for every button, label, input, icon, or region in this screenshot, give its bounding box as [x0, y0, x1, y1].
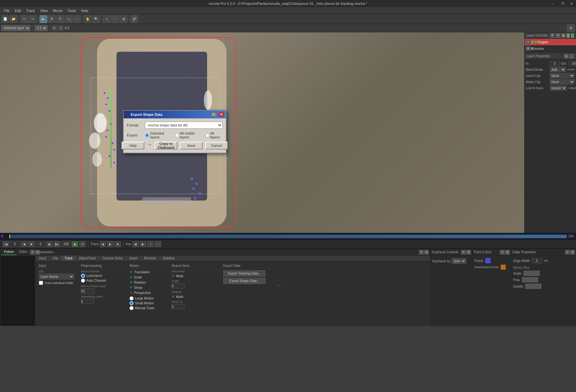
pc-close-btn[interactable]: ✕ — [500, 250, 504, 255]
key-del-btn[interactable]: − — [155, 241, 161, 247]
rect-tool[interactable]: ▭ — [65, 15, 72, 23]
layer-dropdown[interactable]: Selected layer — [1, 25, 30, 31]
layer-selector[interactable]: Selected layer — [1, 25, 30, 31]
tab-input[interactable]: Input — [36, 256, 49, 261]
menu-track[interactable]: Track — [24, 8, 38, 13]
bezier-tool[interactable]: B — [48, 15, 56, 23]
collapse-icon[interactable]: _ — [570, 54, 574, 59]
color-icon[interactable] — [567, 33, 570, 38]
tab-track[interactable]: Track — [61, 256, 76, 261]
luminance-radio[interactable] — [81, 274, 85, 278]
menu-view[interactable]: View — [38, 8, 50, 13]
matte-clip-select[interactable]: None — [550, 79, 575, 84]
play-btn[interactable]: ▶ — [72, 241, 78, 247]
go-end-btn[interactable]: ▶| — [54, 241, 60, 247]
layer-below-select[interactable]: Layer Below — [39, 274, 74, 279]
radio-all[interactable]: All layers — [205, 131, 223, 139]
min-pixels-input[interactable] — [81, 289, 94, 294]
angle-input[interactable] — [172, 283, 184, 289]
kf-close-btn[interactable]: ✕ — [461, 250, 466, 255]
dialog-help-btn[interactable]: ? — [211, 112, 216, 117]
radio-visible-input[interactable] — [175, 133, 179, 137]
track-prev-btn[interactable]: ◀ — [100, 241, 106, 247]
params-close-btn[interactable]: ✕ — [419, 250, 424, 255]
track-stop-btn[interactable]: ■ — [115, 241, 121, 247]
auto-channel-radio[interactable] — [81, 278, 85, 283]
open-tool[interactable]: 📂 — [10, 15, 17, 23]
layer-tracker[interactable]: 👁 tracker — [525, 45, 576, 52]
menu-movie[interactable]: Movie — [50, 8, 65, 13]
view-surface[interactable]: S — [58, 26, 63, 31]
points-color-swatch[interactable] — [485, 258, 491, 263]
pan-tool[interactable]: ✋ — [84, 15, 92, 23]
help-button[interactable]: Help — [122, 142, 144, 149]
eye-icon[interactable]: 👁 — [550, 33, 555, 38]
smoothing-input[interactable] — [81, 299, 94, 304]
zoom-selector[interactable]: 1:1 — [35, 25, 48, 31]
python-editor-area[interactable] — [0, 256, 35, 326]
next-frame-btn[interactable]: ▶ — [46, 241, 53, 247]
undo-tool[interactable]: ↩ — [20, 15, 28, 23]
tab-python[interactable]: Python — [1, 249, 17, 255]
loop-btn[interactable]: ↺ — [79, 241, 86, 247]
pc-expand-btn[interactable]: ⊞ — [505, 250, 510, 255]
expand-btn[interactable]: ⊞ — [567, 24, 575, 32]
playhead[interactable] — [9, 235, 10, 238]
tab-remove[interactable]: Remove — [141, 256, 159, 261]
view-mask[interactable]: M — [52, 26, 57, 31]
edge-width-input[interactable] — [532, 258, 542, 263]
link-tool[interactable]: 🔗 — [130, 15, 138, 23]
menu-file[interactable]: File — [1, 8, 12, 13]
restore-button[interactable]: ❒ — [558, 0, 567, 7]
kf-expand-btn[interactable]: ⊞ — [466, 250, 471, 255]
radio-selected-input[interactable] — [145, 133, 149, 137]
keyframe-by-select[interactable]: Splin — [452, 258, 466, 264]
expand-icon[interactable]: ⊞ — [564, 54, 569, 59]
params-expand-btn[interactable]: ⊞ — [424, 250, 429, 255]
tab-adjusttrack[interactable]: AdjustTrack — [76, 256, 99, 261]
ep-expand-btn[interactable]: ⊞ — [570, 250, 575, 255]
menu-tools[interactable]: Tools — [65, 8, 79, 13]
small-motion-radio[interactable] — [129, 301, 134, 305]
link-track-select[interactable]: tracker — [550, 85, 567, 91]
tab-clip[interactable]: Clip — [49, 256, 61, 261]
frame-in-input[interactable] — [10, 241, 20, 247]
select-tool[interactable]: ▶ — [39, 15, 47, 23]
key-prev-btn[interactable]: ◀ — [132, 241, 139, 247]
tab-editor[interactable]: Editor — [17, 249, 30, 255]
current-frame-input[interactable] — [36, 241, 45, 247]
del-pt-tool[interactable]: − — [111, 15, 119, 23]
blend-mode-select[interactable]: Add — [550, 67, 566, 72]
left-panel-close[interactable]: ✕ — [30, 250, 35, 255]
export-shape-btn[interactable]: Export Shape Data... — [223, 278, 265, 284]
track-play-btn[interactable]: ▶ — [107, 241, 114, 247]
deactivated-color-swatch[interactable] — [501, 265, 506, 270]
new-tool[interactable]: 📄 — [1, 15, 9, 23]
tab-camera-solve[interactable]: Camera Solve — [99, 256, 126, 261]
left-panel-expand[interactable]: ⊞ — [35, 250, 40, 255]
export-dialog[interactable]: ↙ Export Shape Data ? ✕ Format: mocha sh… — [123, 110, 227, 153]
radio-visible[interactable]: All visible layers — [175, 131, 202, 139]
radio-selected[interactable]: Selected layers — [145, 131, 172, 139]
large-motion-radio[interactable] — [129, 296, 134, 300]
go-start-btn[interactable]: |◀ — [3, 241, 9, 247]
tab-stabilize[interactable]: Stabilize — [159, 256, 178, 261]
radio-all-input[interactable] — [205, 133, 209, 137]
redo-tool[interactable]: ↪ — [29, 15, 37, 23]
key-add-btn[interactable]: + — [147, 241, 154, 247]
layer-vis-icon2[interactable]: 👁 — [526, 46, 530, 51]
close-button[interactable]: ✕ — [567, 0, 576, 7]
manual-track-radio[interactable] — [129, 306, 134, 310]
prev-frame-btn[interactable]: ◀ — [21, 241, 27, 247]
tab-insert[interactable]: Insert — [126, 256, 141, 261]
export-tracking-btn[interactable]: Export Tracking Data... — [223, 270, 265, 277]
circle-tool[interactable]: ○ — [73, 15, 81, 23]
add-pt-tool[interactable]: + — [103, 15, 111, 23]
copy-to-clipboard-button[interactable]: Copy to Clipboard — [155, 142, 177, 149]
menu-edit[interactable]: Edit — [12, 8, 24, 13]
save-button[interactable]: Save — [180, 142, 203, 149]
track-individual-check[interactable] — [39, 281, 43, 285]
cancel-button[interactable]: Cancel — [205, 142, 228, 149]
xspline-tool[interactable]: X — [56, 15, 64, 23]
zoom-input[interactable] — [172, 304, 184, 309]
